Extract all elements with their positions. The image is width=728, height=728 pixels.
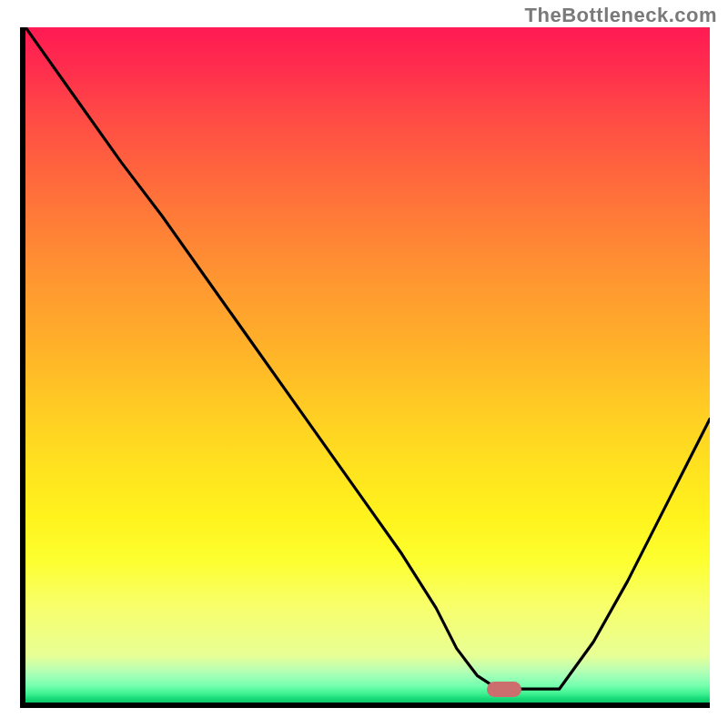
watermark-text: TheBottleneck.com <box>525 4 717 27</box>
chart-container: TheBottleneck.com <box>0 0 728 728</box>
axes-frame <box>20 27 710 708</box>
